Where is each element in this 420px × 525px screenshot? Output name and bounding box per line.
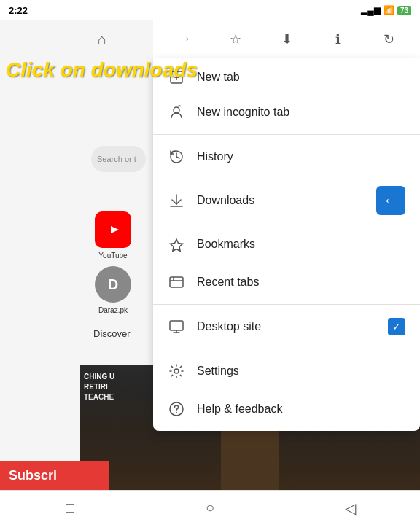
help-icon: [168, 400, 185, 418]
daraz-letter: D: [108, 276, 118, 293]
subscribe-text: Subscri: [9, 468, 57, 483]
arrow-icon: ←: [383, 191, 399, 210]
svg-point-16: [174, 369, 179, 373]
menu-item-incognito[interactable]: New incognito tab: [153, 93, 420, 131]
help-label: Help & feedback: [197, 402, 405, 416]
history-icon: [168, 148, 185, 166]
divider-1: [153, 134, 420, 135]
menu-item-bookmarks[interactable]: Bookmarks: [153, 225, 420, 263]
menu-item-help[interactable]: Help & feedback: [153, 390, 420, 428]
menu-item-history[interactable]: History: [153, 138, 420, 176]
desktop-site-label: Desktop site: [197, 320, 376, 333]
recent-tabs-icon: [168, 273, 185, 291]
info-icon: ℹ: [335, 31, 341, 47]
wifi-icon: 📶: [384, 5, 394, 15]
refresh-button[interactable]: ↻: [377, 28, 400, 51]
download-icon: ⬇: [281, 31, 292, 47]
info-button[interactable]: ℹ: [326, 28, 349, 51]
svg-point-18: [176, 412, 177, 413]
battery-icon: 73: [397, 6, 411, 15]
status-bar: 2:22 ▂▄▆ 📶 73: [0, 0, 420, 20]
circle-icon: ○: [206, 499, 214, 516]
home-glyph: ⌂: [98, 31, 106, 48]
status-icons: ▂▄▆ 📶 73: [361, 5, 411, 15]
signal-icon: ▂▄▆: [361, 5, 381, 15]
bookmarks-icon: [168, 236, 185, 253]
nav-bar: □ ○ ◁: [0, 490, 420, 525]
browser-toolbar: → ☆ ⬇ ℹ ↻: [153, 20, 420, 58]
incognito-icon: [168, 104, 185, 121]
subscribe-banner: Subscri: [0, 461, 109, 490]
youtube-label: YouTube: [95, 252, 131, 260]
svg-point-5: [174, 107, 179, 113]
downloads-arrow: ←: [376, 186, 405, 215]
daraz-label: Daraz.pk: [91, 306, 135, 314]
settings-label: Settings: [197, 365, 405, 378]
nav-square-button[interactable]: □: [55, 494, 85, 523]
svg-rect-10: [170, 277, 183, 287]
download-button[interactable]: ⬇: [275, 28, 298, 51]
back-icon: →: [178, 31, 191, 47]
settings-icon: [168, 362, 185, 380]
divider-3: [153, 349, 420, 349]
nav-back-button[interactable]: ◁: [335, 494, 365, 523]
back-nav-icon: ◁: [345, 499, 356, 517]
divider-2: [153, 304, 420, 305]
menu-item-recent-tabs[interactable]: Recent tabs: [153, 263, 420, 301]
discover-label: Discover: [93, 328, 131, 339]
menu-item-downloads[interactable]: Downloads ←: [153, 176, 420, 225]
checkmark-icon: ✓: [392, 321, 401, 332]
square-icon: □: [66, 499, 74, 516]
daraz-icon[interactable]: D: [95, 266, 131, 303]
bookmarks-label: Bookmarks: [197, 238, 405, 251]
click-overlay-text: Click on downloads: [6, 58, 198, 82]
svg-marker-9: [171, 239, 183, 252]
nav-home-button[interactable]: ○: [195, 494, 225, 523]
desktop-site-checkbox[interactable]: ✓: [388, 318, 405, 335]
downloads-label: Downloads: [197, 194, 365, 207]
status-time: 2:22: [9, 5, 28, 16]
youtube-icon[interactable]: [95, 211, 131, 248]
downloads-icon: [168, 192, 185, 209]
refresh-icon: ↻: [384, 31, 394, 47]
bookmark-icon: ☆: [230, 31, 241, 47]
search-bar[interactable]: Search or t: [91, 146, 146, 172]
desktop-site-icon: [168, 318, 185, 335]
search-text: Search or t: [97, 155, 136, 163]
home-icon[interactable]: ⌂: [88, 25, 117, 54]
menu-item-settings[interactable]: Settings: [153, 352, 420, 390]
recent-tabs-label: Recent tabs: [197, 276, 405, 289]
svg-rect-13: [170, 321, 183, 330]
menu-item-desktop-site[interactable]: Desktop site ✓: [153, 308, 420, 346]
back-button[interactable]: →: [173, 28, 196, 51]
bookmark-button[interactable]: ☆: [224, 28, 247, 51]
dropdown-menu: New tab New incognito tab History: [153, 58, 420, 431]
history-label: History: [197, 150, 405, 163]
new-tab-label: New tab: [197, 71, 405, 84]
incognito-label: New incognito tab: [197, 106, 405, 119]
